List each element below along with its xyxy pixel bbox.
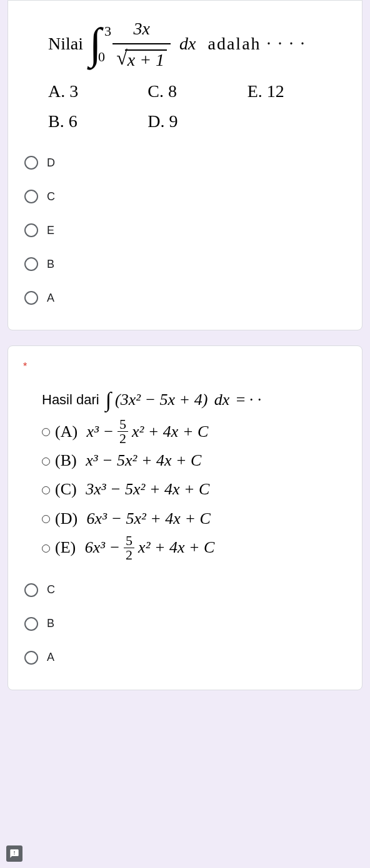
q2-choice-a: (A) x³ − 52 x² + 4x + C [42, 417, 347, 446]
option-b[interactable]: B [24, 247, 347, 281]
q2-choice-d: (D) 6x³ − 5x² + 4x + C [42, 505, 347, 533]
radio-icon [42, 486, 50, 494]
radio-icon [42, 544, 50, 553]
question-card-2: * Hasil dari ∫ (3x² − 5x + 4) dx = · · (… [8, 345, 362, 690]
question-1-image: Nilai ∫ 3 0 3x √ x + 1 dx adalah · · · · [23, 16, 347, 135]
radio-icon [24, 651, 38, 665]
integrand-fraction: 3x √ x + 1 [112, 16, 171, 72]
option-b[interactable]: B [24, 607, 347, 641]
question-2-image: Hasil dari ∫ (3x² − 5x + 4) dx = · · (A)… [23, 386, 347, 562]
integral-symbol: ∫ 3 0 [89, 22, 101, 66]
option-a[interactable]: A [24, 641, 347, 675]
radio-icon [24, 583, 38, 597]
radio-icon [42, 457, 50, 466]
option-c[interactable]: C [24, 180, 347, 213]
q2-options: C B A [23, 573, 347, 675]
q1-suffix: adalah · · · · [208, 31, 306, 57]
option-d[interactable]: D [24, 146, 347, 180]
radio-icon [24, 190, 38, 203]
option-e[interactable]: E [24, 213, 347, 247]
option-c[interactable]: C [24, 573, 347, 607]
q2-choice-c: (C) 3x³ − 5x² + 4x + C [42, 476, 347, 503]
q1-prefix: Nilai [48, 31, 83, 57]
radio-icon [42, 428, 50, 436]
radio-icon [24, 257, 38, 271]
q1-options: D C E B A [23, 146, 347, 315]
question-card-1: Nilai ∫ 3 0 3x √ x + 1 dx adalah · · · · [8, 0, 362, 330]
radio-icon [42, 515, 50, 523]
radio-icon [24, 223, 38, 237]
alert-icon [9, 849, 19, 859]
required-indicator: * [23, 361, 347, 372]
radio-icon [24, 291, 38, 305]
q1-answer-grid: A. 3 C. 8 E. 12 B. 6 D. 9 [48, 78, 347, 135]
q2-choice-b: (B) x³ − 5x² + 4x + C [42, 447, 347, 474]
radio-icon [24, 156, 38, 170]
report-problem-button[interactable] [6, 845, 22, 862]
radio-icon [24, 617, 38, 631]
q2-choice-e: (E) 6x³ − 52 x² + 4x + C [42, 534, 347, 562]
option-a[interactable]: A [24, 281, 347, 315]
